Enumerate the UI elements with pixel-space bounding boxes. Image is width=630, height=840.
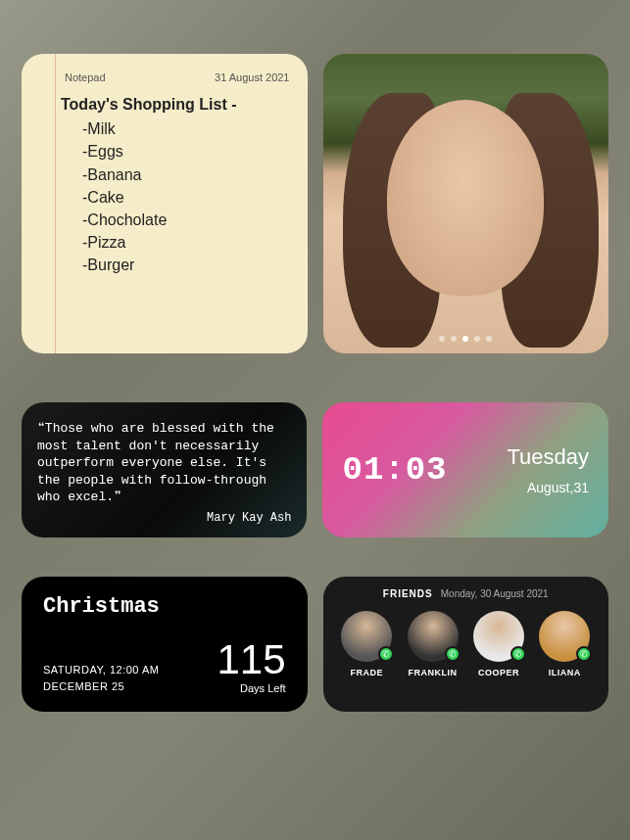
photo-widget[interactable] xyxy=(323,54,609,353)
avatar[interactable]: ✆ xyxy=(473,611,524,662)
friend-name: FRANKLIN xyxy=(403,668,462,677)
friend-name: COOPER xyxy=(468,668,528,677)
friend-item[interactable]: ✆ILIANA xyxy=(535,611,595,677)
clock-time: 01:03 xyxy=(342,451,447,489)
clock-day: Tuesday xyxy=(507,444,589,470)
friend-name: FRADE xyxy=(337,668,397,677)
friend-name: ILIANA xyxy=(535,668,595,677)
notepad-item: -Cake xyxy=(65,186,290,209)
page-dot[interactable] xyxy=(486,336,492,342)
notepad-item: -Milk xyxy=(65,117,290,140)
countdown-title: Christmas xyxy=(43,594,286,619)
call-icon[interactable]: ✆ xyxy=(378,646,394,662)
page-dot[interactable] xyxy=(474,336,480,342)
countdown-day-time: SATURDAY, 12:00 AM xyxy=(43,662,159,678)
countdown-date: DECEMBER 25 xyxy=(43,678,159,695)
notepad-widget[interactable]: Notepad 31 August 2021 Today's Shopping … xyxy=(22,54,308,353)
avatar[interactable]: ✆ xyxy=(408,611,459,662)
friend-item[interactable]: ✆FRADE xyxy=(337,611,397,677)
friends-date: Monday, 30 August 2021 xyxy=(441,588,549,599)
friends-title: FRIENDS xyxy=(383,588,433,599)
friends-widget[interactable]: FRIENDS Monday, 30 August 2021 ✆FRADE✆FR… xyxy=(323,577,608,712)
quote-author: Mary Kay Ash xyxy=(37,510,291,526)
friend-item[interactable]: ✆COOPER xyxy=(468,611,528,677)
notepad-date: 31 August 2021 xyxy=(215,71,289,83)
page-indicator[interactable] xyxy=(439,336,492,342)
page-dot[interactable] xyxy=(439,336,445,342)
quote-text: ❝Those who are blessed with the most tal… xyxy=(37,420,291,506)
notepad-body: Today's Shopping List - -Milk-Eggs-Banan… xyxy=(22,89,308,277)
notepad-item: -Pizza xyxy=(65,231,290,254)
call-icon[interactable]: ✆ xyxy=(445,646,460,662)
avatar[interactable]: ✆ xyxy=(341,611,392,662)
quote-widget[interactable]: ❝Those who are blessed with the most tal… xyxy=(22,402,307,537)
call-icon[interactable]: ✆ xyxy=(510,646,526,662)
page-dot[interactable] xyxy=(451,336,457,342)
notepad-item: -Chocholate xyxy=(65,209,290,231)
notepad-item: -Banana xyxy=(65,163,290,186)
countdown-label: Days Left xyxy=(217,682,285,694)
countdown-widget[interactable]: Christmas SATURDAY, 12:00 AM DECEMBER 25… xyxy=(22,577,308,712)
avatar[interactable]: ✆ xyxy=(539,611,590,662)
notepad-item: -Eggs xyxy=(65,140,290,163)
clock-widget[interactable]: 01:03 Tuesday August,31 xyxy=(322,402,608,537)
page-dot[interactable] xyxy=(462,336,468,342)
photo-placeholder xyxy=(387,100,544,296)
call-icon[interactable]: ✆ xyxy=(576,646,592,662)
countdown-number: 115 xyxy=(217,639,285,680)
clock-date: August,31 xyxy=(507,480,589,495)
notepad-title: Today's Shopping List - xyxy=(61,93,290,116)
notepad-label: Notepad xyxy=(65,71,106,83)
friend-item[interactable]: ✆FRANKLIN xyxy=(403,611,462,677)
notepad-item: -Burger xyxy=(65,254,290,276)
